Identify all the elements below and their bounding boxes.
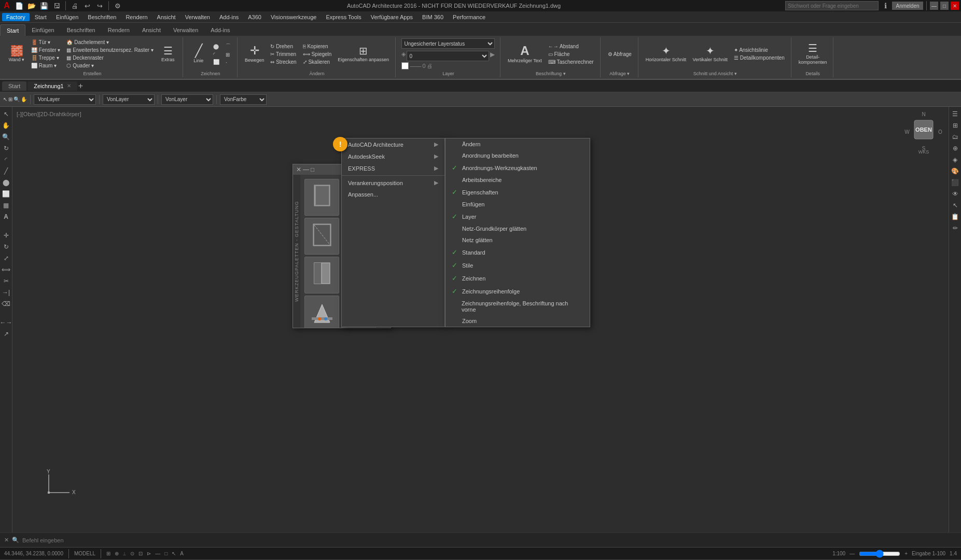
- zoom-icon[interactable]: 🔍: [13, 96, 20, 102]
- ribbon-btn-rect[interactable]: ⬜: [211, 59, 221, 65]
- polar-btn[interactable]: ⊙: [130, 551, 134, 556]
- menu-bim360[interactable]: BIM 360: [418, 13, 448, 21]
- ribbon-btn-treppe[interactable]: 🪜 Treppe ▾: [29, 54, 62, 61]
- cm2-eigenschaften[interactable]: ✓ Eigenschaften: [445, 186, 590, 199]
- ribbon-btn-hschnitt[interactable]: ✦ Horizontaler Schnitt: [644, 45, 689, 63]
- cm2-zeichnungsreih[interactable]: ✓ Zeichnungsreihenfolge: [445, 285, 590, 298]
- cm-anpassen[interactable]: Anpassen...: [342, 189, 444, 200]
- minimize-btn[interactable]: —: [930, 2, 938, 10]
- cm-autocad-arch[interactable]: AutoCAD Architecture ▶: [342, 138, 444, 150]
- cm2-zeichnen[interactable]: ✓ Zeichnen: [445, 272, 590, 285]
- ribbon-btn-fenster[interactable]: 🪟 Fenster ▾: [29, 47, 62, 53]
- rp-design-center[interactable]: 🗂: [950, 132, 960, 142]
- workspace-btn[interactable]: ⚙: [113, 1, 122, 10]
- color-select[interactable]: VonFarbe: [220, 94, 267, 105]
- dyn-btn[interactable]: ⊳: [147, 551, 151, 556]
- lt-pan[interactable]: ✋: [1, 120, 11, 131]
- print-btn[interactable]: 🖨: [70, 1, 79, 10]
- cm2-anordnung-bearb[interactable]: Anordnung bearbeiten: [445, 150, 590, 161]
- rp-properties[interactable]: ☰: [950, 109, 960, 119]
- ribbon-btn-quader[interactable]: ⬡ Quader ▾: [64, 62, 155, 69]
- menu-beschriften[interactable]: Beschriften: [83, 13, 120, 21]
- palette-expand[interactable]: □: [311, 166, 314, 173]
- menu-einfuegen[interactable]: Einfügen: [52, 13, 82, 21]
- lt-select[interactable]: ↖: [1, 109, 11, 119]
- doc-tab-start[interactable]: Start: [2, 81, 26, 91]
- lt-text[interactable]: A: [1, 212, 11, 222]
- ribbon-btn-detailkomp[interactable]: ☰ Detail-komponenten: [797, 42, 829, 66]
- ribbon-btn-skalieren[interactable]: ⤢ Skalieren: [301, 59, 334, 65]
- cm2-stile[interactable]: ✓ Stile: [445, 259, 590, 272]
- rp-palette[interactable]: ⊞: [950, 120, 960, 131]
- doc-tab-close[interactable]: ✕: [67, 83, 71, 89]
- lt-extend[interactable]: →|: [1, 287, 11, 298]
- layer-select[interactable]: 0: [407, 51, 489, 61]
- ribbon-btn-abfrage[interactable]: ⚙ Abfrage: [606, 51, 634, 58]
- cm2-standard[interactable]: ✓ Standard: [445, 246, 590, 259]
- lt-line[interactable]: ╱: [1, 166, 11, 176]
- new-btn[interactable]: 📄: [15, 1, 24, 10]
- ribbon-btn-schraffur[interactable]: ⊞: [224, 51, 233, 58]
- maximize-btn[interactable]: □: [940, 2, 949, 10]
- lt-trim[interactable]: ✂: [1, 276, 11, 286]
- command-input[interactable]: [22, 537, 957, 543]
- ribbon-btn-deckenraster[interactable]: ▦ Deckenraster: [64, 54, 155, 61]
- pan-icon[interactable]: ✋: [21, 96, 27, 102]
- ribbon-btn-extras[interactable]: ☰ Extras: [158, 45, 178, 63]
- ribbon-tab-addins[interactable]: Add-ins: [204, 24, 236, 36]
- ribbon-btn-strecken[interactable]: ⇔ Strecken: [268, 59, 298, 65]
- sel-btn[interactable]: ↖: [172, 551, 176, 556]
- ribbon-btn-detail[interactable]: ☰ Detailkomponenten: [732, 54, 787, 61]
- ribbon-btn-raster[interactable]: ▦ Erweitertes benutzerspez. Raster ▾: [64, 47, 155, 53]
- ribbon-tab-start[interactable]: Start: [0, 24, 25, 36]
- cm2-netz-grundkoerper[interactable]: Netz-Grundkörper glätten: [445, 223, 590, 234]
- ribbon-btn-tuer[interactable]: 🚪 Tür ▾: [29, 39, 62, 46]
- cm-autodesk-seek[interactable]: AutodeskSeek ▶: [342, 150, 444, 162]
- ribbon-btn-wand[interactable]: 🧱 Wand ▾: [6, 45, 27, 63]
- menu-addins[interactable]: Add-ins: [215, 13, 243, 21]
- doc-tab-zeichnung1[interactable]: Zeichnung1 ✕: [27, 81, 77, 91]
- search-input[interactable]: [785, 1, 879, 10]
- zoom-slider[interactable]: [859, 550, 900, 558]
- signin-btn[interactable]: Anmelden: [892, 2, 923, 10]
- linetype2-select[interactable]: VonLayer: [161, 94, 213, 105]
- ann-btn[interactable]: A: [180, 551, 184, 556]
- close-btn[interactable]: ✕: [951, 2, 959, 10]
- lt-orbit[interactable]: ↻: [1, 143, 11, 153]
- lt-dim[interactable]: ←→: [1, 317, 11, 328]
- undo-btn[interactable]: ↩: [82, 1, 92, 10]
- info-btn[interactable]: ℹ: [881, 1, 890, 10]
- ribbon-btn-abstand[interactable]: ←→ Abstand: [546, 43, 596, 50]
- ribbon-btn-punkt[interactable]: ·: [224, 59, 233, 66]
- menu-performance[interactable]: Performance: [449, 13, 490, 21]
- ribbon-btn-ansichtslinie[interactable]: ✦ Ansichtslinie: [732, 47, 787, 53]
- saveas-btn[interactable]: 🖫: [52, 1, 61, 10]
- ribbon-btn-dachelm[interactable]: 🏠 Dachelement ▾: [64, 39, 155, 46]
- rp-markup[interactable]: ✏: [950, 223, 960, 233]
- ribbon-btn-linie[interactable]: ╱ Linie: [188, 44, 209, 64]
- model-label[interactable]: MODELL: [74, 551, 95, 556]
- lt-leader[interactable]: ↗: [1, 329, 11, 339]
- ribbon-btn-spiegel[interactable]: ⟺ Spiegeln: [301, 51, 334, 58]
- rp-blocks[interactable]: ⬛: [950, 177, 960, 188]
- cm2-aendern[interactable]: Ändern: [445, 138, 590, 150]
- zoom-in[interactable]: +: [904, 551, 908, 556]
- ribbon-btn-kopieren[interactable]: ⎘ Kopieren: [301, 43, 334, 50]
- ribbon-tab-verwalten[interactable]: Verwalten: [167, 24, 204, 36]
- lt-circle[interactable]: ⬤: [1, 177, 11, 188]
- cm2-anordnungs-wkz[interactable]: ✓ Anordnungs-Werkzeugkasten: [445, 161, 590, 174]
- ribbon-tab-beschriften[interactable]: Beschriften: [61, 24, 102, 36]
- nav-cube[interactable]: N S O W OBEN WKS: [903, 111, 944, 152]
- lt-hatch[interactable]: ▦: [1, 200, 11, 211]
- app-button[interactable]: A: [2, 1, 11, 10]
- ribbon-btn-polylinie[interactable]: ⌒: [224, 42, 233, 50]
- ribbon-btn-raum[interactable]: ⬜ Raum ▾: [29, 62, 62, 69]
- doc-tab-add[interactable]: +: [78, 81, 83, 91]
- snap-btn[interactable]: ⊕: [115, 551, 119, 556]
- cm2-layer[interactable]: ✓ Layer: [445, 210, 590, 223]
- palette-minimize[interactable]: —: [303, 166, 309, 173]
- lt-mirror[interactable]: ⟺: [1, 264, 11, 275]
- lt-arc[interactable]: ◜: [1, 155, 11, 165]
- menu-visionswerkzeuge[interactable]: Visionswerkzeuge: [267, 13, 321, 21]
- lt-move[interactable]: ✛: [1, 230, 11, 241]
